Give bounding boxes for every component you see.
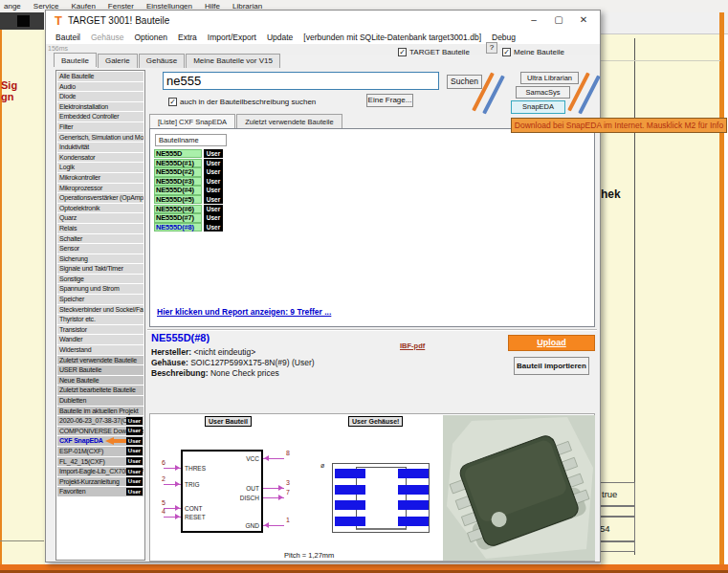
tab-gehäuse[interactable]: Gehäuse [139, 54, 185, 68]
sidebar-item[interactable]: Widerstand [57, 345, 143, 355]
status-time: 156ms [48, 45, 68, 52]
checkbox-icon[interactable]: ✓ [168, 98, 177, 106]
snapeda-button[interactable]: SnapEDA [511, 100, 565, 114]
sidebar-item[interactable]: Speicher [57, 295, 143, 304]
sidebar-item[interactable]: Relais [57, 224, 143, 233]
pin-arrow-icon [175, 465, 180, 471]
help-button[interactable]: ? [486, 42, 497, 54]
sidebar-item[interactable]: Transistor [57, 325, 143, 335]
menu-item[interactable]: Debug [492, 33, 516, 42]
checkbox-icon[interactable]: ✓ [502, 48, 511, 56]
import-part-button[interactable]: Bauteil importieren [514, 357, 589, 375]
sidebar-item[interactable]: Sicherung [57, 254, 143, 264]
sidebar-item[interactable]: Steckverbinder und Sockel/Fassung [57, 305, 143, 315]
footprint-pad [335, 517, 365, 526]
sidebar-item[interactable]: Zuletzt bearbeitete Bauteile [57, 386, 143, 395]
sidebar-item[interactable]: Spannung und Strom [57, 284, 143, 294]
sidebar-item[interactable]: Operationsverstärker (OpAmp) [57, 193, 143, 203]
tab-galerie[interactable]: Galerie [98, 54, 138, 68]
sidebar-item[interactable]: 2020-06-23_07-38-37(CXF)User [57, 416, 143, 426]
sidebar-item[interactable]: Bauteile im aktuellen Projekt [57, 407, 143, 416]
sidebar-item[interactable]: Signale und Takt/Timer [57, 264, 143, 274]
menu-item[interactable]: Bauteil [55, 33, 80, 42]
footprint-pad [335, 500, 365, 510]
checkbox-icon[interactable]: ✓ [398, 48, 407, 56]
sidebar-item[interactable]: Sonstige [57, 275, 143, 284]
menu-item[interactable]: Extra [178, 33, 197, 42]
sidebar-item-label: Operationsverstärker (OpAmp) [59, 194, 143, 201]
part-name-cell[interactable]: NE555D [154, 149, 202, 158]
sidebar-item[interactable]: Zuletzt verwendete Bauteile [57, 356, 143, 365]
sidebar-item[interactable]: CXF SnapEDAUser [57, 436, 143, 446]
sidebar-item[interactable]: Induktivität [57, 143, 143, 152]
part-name-cell[interactable]: NE555D(#1) [154, 159, 202, 167]
checkbox-target-bauteile[interactable]: ✓TARGET Bauteile [398, 43, 470, 60]
footprint-pad [398, 485, 429, 495]
checkbox-meine-bauteile[interactable]: ✓Meine Bauteile [502, 43, 564, 60]
titlebar[interactable]: T TARGET 3001! Bauteile – ▢ ✕ [46, 11, 600, 31]
sidebar-item[interactable]: Diode [57, 92, 143, 101]
tab-meine-bauteile-vor-v15[interactable]: Meine Bauteile vor V15 [186, 54, 280, 68]
sidebar-item[interactable]: Mikrokontroller [57, 173, 143, 183]
sidebar-item[interactable]: Thyristor etc. [57, 315, 143, 324]
sidebar-item[interactable]: Sensor [57, 244, 143, 253]
part-name-cell[interactable]: NE555D(#5) [154, 195, 202, 204]
sidebar-item[interactable]: Elektroinstallation [57, 102, 143, 112]
sidebar-item[interactable]: Embedded Controller [57, 112, 143, 121]
sidebar-item[interactable]: Schalter [57, 234, 143, 244]
sidebar-item[interactable]: Generisch, Simulation und Modellierung [57, 133, 143, 143]
diameter-mark: ø [320, 462, 324, 469]
sidebar-item[interactable]: Optoelektronik [57, 204, 143, 213]
maximize-button[interactable]: ▢ [546, 11, 571, 31]
sidebar-item[interactable]: Alle Bauteile [57, 72, 143, 81]
sidebar-item[interactable]: Mikroprozessor [57, 184, 143, 193]
sidebar-item[interactable]: USER Bauteile [57, 365, 143, 375]
ibf-pdf-link[interactable]: IBF-pdf [400, 342, 425, 350]
report-link[interactable]: Hier klicken und Report anzeigen: 9 Tref… [157, 307, 331, 317]
part-name-cell[interactable]: NE555D(#2) [154, 167, 202, 176]
menu-item[interactable]: Optionen [135, 33, 168, 42]
checkbox-search-description[interactable]: ✓auch in der Bauteilbeschreibung suchen [168, 93, 316, 110]
sidebar-item[interactable]: COMPONIVERSE DownloadsUser [57, 427, 143, 436]
menu-item[interactable]: Gehäuse [91, 33, 124, 42]
result-tab[interactable]: Zuletzt verwendete Bauteile [236, 114, 342, 128]
sidebar-item[interactable]: Dubletten [57, 396, 143, 406]
sidebar-item-label: Dubletten [59, 397, 86, 404]
minimize-button[interactable]: – [521, 11, 546, 31]
sidebar-item[interactable]: Kondensator [57, 153, 143, 163]
menu-item[interactable]: Update [267, 33, 293, 42]
sidebar-item[interactable]: Audio [57, 82, 143, 92]
samacsys-button[interactable]: SamacSys [516, 86, 570, 99]
sidebar-item[interactable]: ESP-01M(CXF)User [57, 447, 143, 456]
tab-bauteile[interactable]: Bauteile [54, 53, 97, 67]
search-button[interactable]: Suchen [447, 75, 482, 89]
sidebar-item[interactable]: FavoritenUser [57, 487, 143, 496]
menu-item[interactable]: Import/Export [208, 33, 256, 42]
close-button[interactable]: ✕ [571, 11, 596, 31]
user-badge: User [126, 417, 143, 425]
sidebar-item[interactable]: Wandler [57, 335, 143, 344]
sidebar-item[interactable]: Quarz [57, 213, 143, 223]
package-preview-label: User Gehäuse! [348, 416, 403, 427]
part-name-cell[interactable]: NE555D(#4) [154, 186, 202, 194]
sidebar-item[interactable]: Filter [57, 122, 143, 132]
menu-item-ange[interactable]: ange [4, 2, 21, 11]
part-name-cell[interactable]: NE555D(#7) [154, 213, 202, 222]
part-name-cell[interactable]: NE555D(#3) [154, 177, 202, 186]
manufacturer-line: Hersteller: <nicht eindeutig> [151, 347, 255, 357]
menu-item[interactable]: [verbunden mit SQLite-Datenbank target30… [303, 33, 481, 42]
sidebar-item[interactable]: Logik [57, 163, 143, 172]
part-name-cell[interactable]: NE555D(#6) [154, 205, 202, 213]
result-tab[interactable]: [Liste] CXF SnapEDA [149, 114, 235, 128]
upload-button[interactable]: Upload [508, 335, 595, 351]
sidebar-item[interactable]: Import-Eagle-Lib_CX70M-24P1User [57, 467, 143, 476]
description-value: None Check prices [210, 368, 279, 378]
sidebar-item[interactable]: FL_42_15(CXF)User [57, 457, 143, 467]
part-name-cell[interactable]: NE555D(#8) [154, 223, 202, 231]
results-column-header[interactable]: Bauteilname [155, 134, 227, 146]
search-input[interactable] [163, 72, 439, 90]
ultra-librarian-button[interactable]: Ultra Librarian [520, 72, 579, 84]
sidebar-item[interactable]: Neue Bauteile [57, 376, 143, 386]
question-button[interactable]: Eine Frage... [366, 94, 413, 107]
sidebar-item[interactable]: Projekt-KurzanleitungUser [57, 477, 143, 487]
